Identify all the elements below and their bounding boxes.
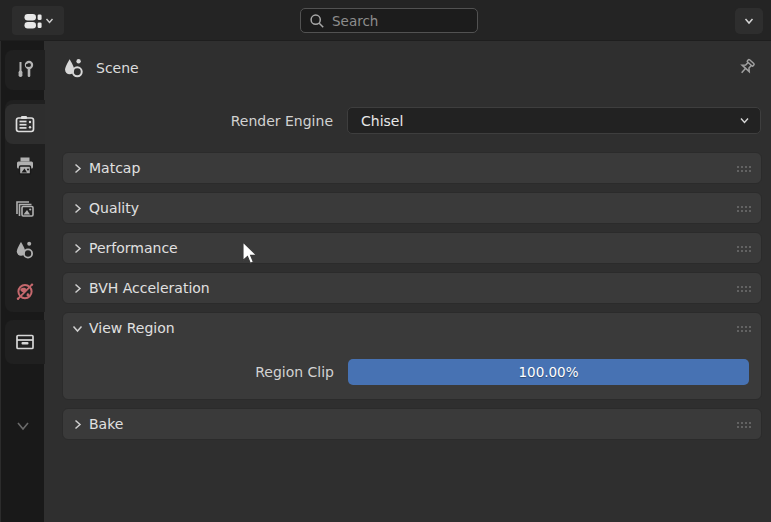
scene-icon	[14, 239, 36, 261]
chevron-right-icon	[72, 203, 86, 214]
region-clip-row: Region Clip 100.00%	[63, 359, 761, 385]
panel-title: Matcap	[89, 160, 736, 176]
region-clip-label: Region Clip	[63, 364, 334, 380]
search-icon	[309, 13, 325, 29]
editor-header	[0, 0, 771, 41]
region-clip-slider[interactable]: 100.00%	[348, 359, 749, 385]
breadcrumb: Scene	[62, 55, 771, 81]
world-icon	[14, 281, 36, 303]
breadcrumb-scene-label[interactable]: Scene	[96, 60, 139, 76]
chevron-right-icon	[72, 283, 86, 294]
tab-world[interactable]	[5, 272, 45, 312]
view-layer-icon	[14, 197, 36, 219]
chevron-right-icon	[72, 163, 86, 174]
panel-header-performance[interactable]: Performance	[63, 233, 761, 263]
drag-handle-icon[interactable]	[736, 325, 751, 332]
render-engine-value: Chisel	[361, 113, 739, 129]
drag-handle-icon[interactable]	[736, 165, 751, 172]
editor-type-button[interactable]	[12, 6, 64, 35]
panel-header-matcap[interactable]: Matcap	[63, 153, 761, 183]
output-icon	[14, 155, 36, 177]
panel-title: BVH Acceleration	[89, 280, 736, 296]
panel-bake: Bake	[62, 408, 762, 440]
region-clip-value: 100.00%	[518, 364, 578, 380]
tab-output[interactable]	[5, 146, 45, 186]
chevron-right-icon	[72, 419, 86, 430]
render-engine-row: Render Engine Chisel	[44, 107, 771, 134]
panel-performance: Performance	[62, 232, 762, 264]
render-engine-label: Render Engine	[44, 113, 333, 129]
sidebar-more-chevron[interactable]	[14, 419, 32, 433]
tab-view-layer[interactable]	[5, 188, 45, 228]
tool-icon	[14, 59, 36, 81]
properties-editor: Scene Render Engine Chisel Matcap	[44, 41, 771, 522]
panel-quality: Quality	[62, 192, 762, 224]
header-menu-button[interactable]	[735, 8, 763, 34]
panel-title: Bake	[89, 416, 736, 432]
panel-matcap: Matcap	[62, 152, 762, 184]
panel-header-bake[interactable]: Bake	[63, 409, 761, 439]
tab-tool[interactable]	[5, 50, 45, 90]
panel-list: Matcap Quality Performance	[62, 152, 762, 440]
chevron-down-icon	[45, 16, 54, 25]
drag-handle-icon[interactable]	[736, 205, 751, 212]
panel-title: Quality	[89, 200, 736, 216]
panel-title: Performance	[89, 240, 736, 256]
properties-tab-sidebar	[0, 41, 44, 522]
drag-handle-icon[interactable]	[736, 285, 751, 292]
panel-header-bvh-acceleration[interactable]: BVH Acceleration	[63, 273, 761, 303]
panel-header-view-region[interactable]: View Region	[63, 313, 761, 343]
chevron-down-icon	[739, 115, 750, 126]
search-input[interactable]	[332, 13, 462, 29]
render-engine-dropdown[interactable]: Chisel	[347, 107, 761, 134]
tab-render[interactable]	[5, 104, 45, 144]
panel-title: View Region	[89, 320, 736, 336]
properties-editor-icon	[23, 11, 43, 31]
tab-scene[interactable]	[5, 230, 45, 270]
chevron-down-icon	[72, 323, 86, 334]
panel-view-region: View Region Region Clip 100.00%	[62, 312, 762, 400]
search-field[interactable]	[300, 8, 478, 33]
render-icon	[14, 113, 36, 135]
chevron-down-icon	[743, 15, 755, 27]
scene-icon	[62, 56, 86, 80]
pin-icon[interactable]	[735, 57, 757, 79]
drag-handle-icon[interactable]	[736, 245, 751, 252]
collection-icon	[14, 331, 36, 353]
panel-header-quality[interactable]: Quality	[63, 193, 761, 223]
chevron-right-icon	[72, 243, 86, 254]
view-region-panel-body: Region Clip 100.00%	[63, 343, 761, 399]
panel-bvh-acceleration: BVH Acceleration	[62, 272, 762, 304]
drag-handle-icon[interactable]	[736, 421, 751, 428]
tab-collection[interactable]	[5, 322, 45, 362]
